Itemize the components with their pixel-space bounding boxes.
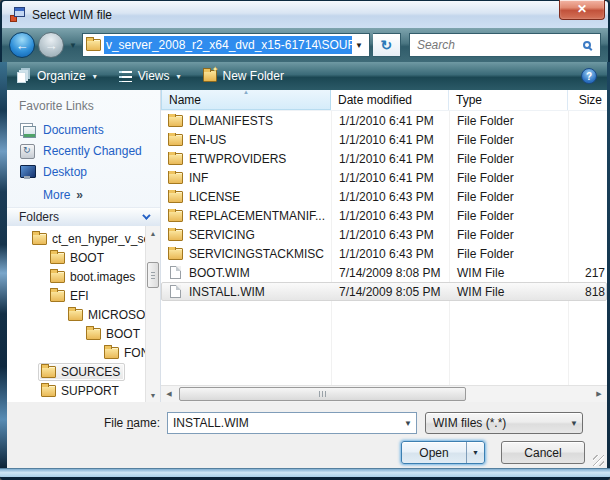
tree-item[interactable]: EFI [7, 286, 145, 305]
row-type: WIM File [450, 285, 569, 299]
tree-item[interactable]: BOOT [7, 324, 145, 343]
folder-icon [41, 366, 56, 378]
favorite-link-label: Documents [43, 123, 104, 137]
table-row[interactable]: ETWPROVIDERS 1/1/2010 6:41 PM File Folde… [161, 149, 607, 168]
tree-item-label: BOOT [106, 327, 140, 341]
history-dropdown[interactable]: ▼ [67, 41, 79, 50]
open-dropdown-icon[interactable]: ▼ [467, 442, 484, 463]
tree-item[interactable]: ct_en_hyper_v_serv [7, 229, 145, 248]
open-button[interactable]: Open [402, 442, 467, 463]
refresh-button[interactable]: ↻ [373, 33, 401, 57]
chevron-down-icon: ▾ [93, 72, 97, 81]
hscroll-thumb[interactable] [179, 387, 466, 401]
table-row[interactable]: EN-US 1/1/2010 6:41 PM File Folder [161, 130, 607, 149]
column-headers: ▲ Name Date modified Type Size [161, 90, 607, 111]
row-name: INF [189, 171, 208, 185]
file-icon [170, 285, 181, 298]
row-name: LICENSE [189, 190, 240, 204]
title-bar: Select WIM file [2, 1, 608, 28]
scroll-left-icon[interactable]: ◀ [161, 386, 177, 402]
views-button[interactable]: Views ▾ [119, 69, 181, 83]
row-name: INSTALL.WIM [189, 285, 265, 299]
tree-scroll-track[interactable] [146, 240, 160, 388]
search-input[interactable]: Search [409, 33, 601, 57]
address-bar[interactable]: v_server_2008_r2_x64_dvd_x15-61714\SOURC… [82, 33, 370, 57]
row-date-modified: 1/1/2010 6:43 PM [332, 228, 450, 242]
table-row[interactable]: SERVICINGSTACKMISC 1/1/2010 6:43 PM File… [161, 244, 607, 263]
column-header-size[interactable]: Size [568, 90, 607, 110]
navigation-pane: Favorite Links Documents Recently Change… [7, 90, 160, 402]
row-size: 818 [569, 285, 606, 299]
file-name-value[interactable]: INSTALL.WIM [173, 416, 400, 430]
address-path[interactable]: v_server_2008_r2_x64_dvd_x15-61714\SOURC… [104, 36, 352, 54]
table-row[interactable]: SERVICING 1/1/2010 6:43 PM File Folder [161, 225, 607, 244]
open-split-button[interactable]: Open ▼ [401, 441, 485, 464]
file-type-value: WIM files (*.*) [433, 416, 566, 430]
back-icon: ← [16, 38, 29, 53]
table-row[interactable]: INSTALL.WIM 7/14/2009 8:05 PM WIM File 8… [161, 282, 607, 301]
row-type: File Folder [450, 228, 569, 242]
table-row[interactable]: BOOT.WIM 7/14/2009 8:08 PM WIM File 217 [161, 263, 607, 282]
scroll-right-icon[interactable]: ▶ [591, 386, 607, 402]
command-toolbar: Organize ▾ Views ▾ New Folder ? [7, 62, 607, 90]
sidebar-favorite-link[interactable]: Documents [7, 120, 160, 141]
more-link[interactable]: More » [7, 183, 160, 207]
cancel-button[interactable]: Cancel [501, 441, 585, 464]
main-area: Favorite Links Documents Recently Change… [7, 90, 607, 402]
row-type: File Folder [450, 247, 569, 261]
table-row[interactable]: DLMANIFESTS 1/1/2010 6:41 PM File Folder [161, 111, 607, 130]
hscroll-track[interactable] [177, 386, 591, 402]
table-row[interactable]: REPLACEMENTMANIF... 1/1/2010 6:43 PM Fil… [161, 206, 607, 225]
folders-header[interactable]: Folders [7, 207, 160, 226]
address-dropdown-icon[interactable]: ▼ [352, 41, 366, 50]
tree-scroll-thumb[interactable] [147, 262, 159, 288]
window-border-bottom [0, 468, 610, 480]
table-row[interactable]: INF 1/1/2010 6:41 PM File Folder [161, 168, 607, 187]
folder-icon [50, 290, 65, 302]
file-name-input[interactable]: INSTALL.WIM ▼ [167, 412, 417, 434]
row-type: File Folder [450, 114, 569, 128]
row-name: BOOT.WIM [189, 266, 250, 280]
close-button[interactable]: ✕ [559, 0, 605, 20]
folder-icon [68, 309, 83, 321]
row-name: DLMANIFESTS [189, 114, 273, 128]
back-button[interactable]: ← [9, 32, 35, 58]
file-type-select[interactable]: WIM files (*.*) ▼ [425, 412, 583, 434]
sidebar-favorite-link[interactable]: Desktop [7, 162, 160, 183]
scroll-down-icon[interactable]: ▼ [146, 388, 160, 402]
organize-button[interactable]: Organize ▾ [17, 69, 97, 83]
search-icon[interactable] [583, 41, 591, 49]
column-header-type[interactable]: Type [449, 90, 568, 110]
tree-item[interactable]: SUPPORT [7, 381, 145, 400]
file-type-dropdown-icon[interactable]: ▼ [566, 419, 582, 428]
row-name: ETWPROVIDERS [189, 152, 286, 166]
row-date-modified: 1/1/2010 6:43 PM [332, 190, 450, 204]
column-header-name[interactable]: ▲ Name [161, 90, 331, 110]
scroll-up-icon[interactable]: ▲ [146, 226, 160, 240]
tree-item[interactable]: boot.images [7, 267, 145, 286]
horizontal-scrollbar[interactable]: ◀ ▶ [161, 385, 607, 402]
tree-scrollbar[interactable]: ▲ ▼ [145, 226, 160, 402]
resize-grip-icon[interactable] [593, 455, 604, 466]
tree-item-label: BOOT [70, 251, 104, 265]
favorite-link-label: Recently Changed [43, 144, 142, 158]
tree-item[interactable]: BOOT [7, 248, 145, 267]
row-date-modified: 1/1/2010 6:43 PM [332, 247, 450, 261]
sort-ascending-icon: ▲ [243, 89, 249, 95]
new-folder-button[interactable]: New Folder [203, 69, 284, 83]
sidebar-favorite-link[interactable]: Recently Changed [7, 141, 160, 162]
tree-item[interactable]: MICROSOFT [7, 305, 145, 324]
tree-item[interactable]: SOURCES [7, 362, 145, 381]
file-name-dropdown-icon[interactable]: ▼ [400, 419, 416, 428]
forward-button[interactable]: → [38, 32, 64, 58]
column-type-label: Type [456, 93, 482, 107]
column-header-date-modified[interactable]: Date modified [331, 90, 449, 110]
address-folder-icon [86, 39, 101, 51]
help-button[interactable]: ? [581, 68, 597, 84]
tree-item[interactable]: FONTS [7, 343, 145, 362]
file-name-label: File name: [7, 416, 167, 430]
row-name: REPLACEMENTMANIF... [189, 209, 325, 223]
tree-item-label: ct_en_hyper_v_serv [52, 232, 145, 246]
folder-icon [168, 248, 183, 260]
table-row[interactable]: LICENSE 1/1/2010 6:43 PM File Folder [161, 187, 607, 206]
